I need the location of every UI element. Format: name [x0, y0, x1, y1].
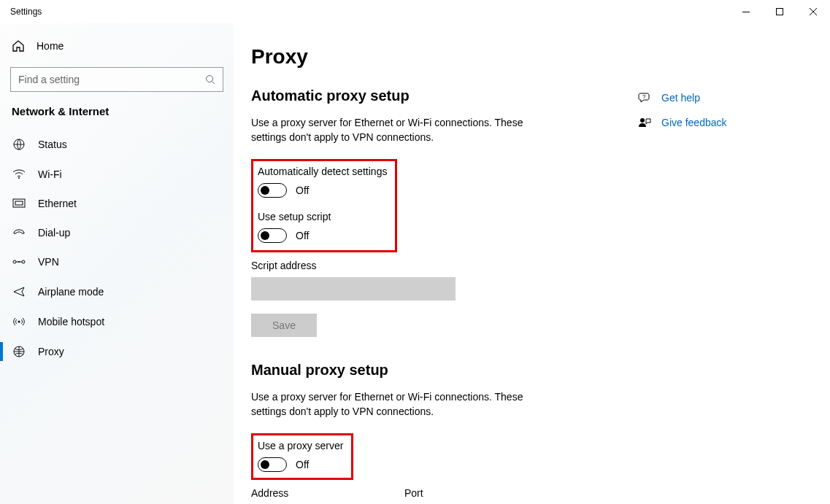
script-address-input[interactable]: [251, 277, 456, 301]
setup-script-state: Off: [296, 230, 309, 241]
sidebar-item-hotspot[interactable]: Mobile hotspot: [0, 307, 234, 336]
highlight-auto: Automatically detect settings Off Use se…: [251, 159, 397, 252]
sidebar-item-status[interactable]: Status: [0, 129, 234, 160]
minimize-icon: [742, 12, 750, 12]
sidebar-item-proxy[interactable]: Proxy: [0, 336, 234, 367]
feedback-icon: [638, 117, 651, 128]
sidebar-item-wifi[interactable]: Wi-Fi: [0, 160, 234, 189]
sidebar-item-label: Dial-up: [38, 227, 70, 239]
minimize-button[interactable]: [729, 0, 763, 23]
auto-heading: Automatic proxy setup: [251, 88, 631, 104]
sidebar-item-ethernet[interactable]: Ethernet: [0, 189, 234, 218]
give-feedback-link[interactable]: Give feedback: [638, 117, 727, 128]
close-button[interactable]: [796, 0, 830, 23]
window-controls: [729, 0, 830, 23]
svg-point-14: [18, 321, 20, 323]
auto-detect-label: Automatically detect settings: [258, 166, 388, 177]
home-icon: [12, 39, 25, 53]
address-label: Address: [251, 487, 375, 499]
port-label: Port: [404, 487, 423, 499]
auto-desc: Use a proxy server for Ethernet or Wi-Fi…: [251, 116, 558, 144]
window-title: Settings: [10, 7, 42, 17]
home-link[interactable]: Home: [0, 32, 234, 60]
svg-point-10: [13, 260, 16, 263]
svg-line-5: [212, 82, 215, 85]
sidebar: Home Find a setting Network & Internet S…: [0, 23, 234, 504]
use-proxy-toggle[interactable]: [258, 457, 287, 472]
svg-rect-0: [742, 12, 750, 12]
search-input[interactable]: Find a setting: [10, 67, 223, 92]
svg-rect-1: [777, 9, 783, 15]
svg-point-17: [640, 118, 645, 123]
save-button[interactable]: Save: [251, 314, 317, 337]
svg-point-11: [22, 260, 25, 263]
proxy-icon: [12, 345, 26, 358]
sidebar-item-label: Airplane mode: [38, 286, 104, 298]
status-icon: [12, 138, 26, 151]
manual-desc: Use a proxy server for Ethernet or Wi-Fi…: [251, 390, 558, 419]
airplane-icon: [12, 285, 26, 298]
svg-point-13: [18, 261, 20, 263]
svg-text:?: ?: [642, 93, 646, 100]
search-icon: [205, 74, 215, 85]
auto-detect-toggle[interactable]: [258, 183, 287, 198]
sidebar-item-dialup[interactable]: Dial-up: [0, 218, 234, 247]
svg-rect-8: [13, 199, 25, 207]
content-main: Proxy Automatic proxy setup Use a proxy …: [251, 45, 631, 504]
maximize-button[interactable]: [763, 0, 796, 23]
search-placeholder: Find a setting: [18, 74, 80, 85]
manual-heading: Manual proxy setup: [251, 362, 631, 379]
sidebar-item-label: Wi-Fi: [38, 168, 62, 180]
svg-point-4: [207, 76, 213, 82]
sidebar-item-vpn[interactable]: VPN: [0, 247, 234, 276]
script-address-label: Script address: [251, 260, 631, 271]
sidebar-item-label: Proxy: [38, 346, 64, 357]
category-heading: Network & Internet: [0, 105, 234, 117]
close-icon: [810, 8, 817, 15]
sidebar-item-label: Ethernet: [38, 198, 77, 209]
wifi-icon: [12, 169, 26, 179]
setup-script-toggle[interactable]: [258, 228, 287, 243]
sidebar-item-label: Mobile hotspot: [38, 316, 104, 327]
use-proxy-state: Off: [296, 459, 309, 470]
ethernet-icon: [12, 198, 26, 209]
setup-script-label: Use setup script: [258, 211, 388, 222]
title-bar: Settings: [0, 0, 830, 23]
page-title: Proxy: [251, 45, 631, 69]
get-help-label: Get help: [661, 92, 700, 104]
auto-detect-state: Off: [296, 185, 309, 196]
use-proxy-label: Use a proxy server: [258, 440, 344, 451]
vpn-icon: [12, 257, 26, 267]
svg-point-7: [18, 177, 20, 179]
sidebar-item-airplane[interactable]: Airplane mode: [0, 276, 234, 307]
highlight-manual: Use a proxy server Off: [251, 433, 353, 480]
help-icon: ?: [638, 92, 651, 104]
content-aside: ? Get help Give feedback: [631, 45, 727, 504]
maximize-icon: [776, 8, 783, 15]
get-help-link[interactable]: ? Get help: [638, 92, 727, 104]
sidebar-item-label: Status: [38, 139, 67, 150]
give-feedback-label: Give feedback: [661, 117, 727, 128]
hotspot-icon: [12, 316, 26, 327]
sidebar-item-label: VPN: [38, 256, 59, 268]
dialup-icon: [12, 228, 26, 238]
home-label: Home: [36, 40, 64, 52]
svg-rect-9: [15, 201, 23, 205]
